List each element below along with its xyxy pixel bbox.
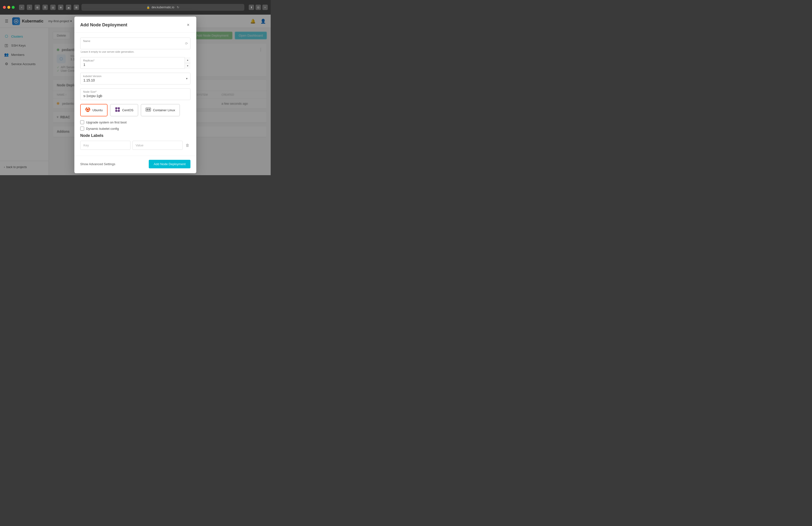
node-size-input[interactable]: [80, 88, 190, 100]
window-button[interactable]: ⊡: [256, 5, 261, 10]
dynamic-kubelet-checkbox[interactable]: [80, 127, 84, 130]
modal-footer: Show Advanced Settings Add Node Deployme…: [74, 156, 196, 173]
name-hint: Leave it empty to use server-side genera…: [80, 50, 190, 53]
ubuntu-icon: [85, 107, 90, 113]
svg-point-5: [85, 111, 87, 112]
replicas-input[interactable]: [80, 57, 190, 69]
number-arrows: ▲ ▼: [185, 57, 190, 69]
svg-rect-14: [148, 109, 150, 111]
label-value-input[interactable]: [132, 141, 183, 150]
replicas-field-group: Replicas* ▲ ▼: [80, 57, 190, 69]
show-advanced-settings-button[interactable]: Show Advanced Settings: [80, 162, 115, 166]
dynamic-kubelet-row: Dynamic kubelet config: [80, 127, 190, 130]
upgrade-system-row: Upgrade system on first boot: [80, 120, 190, 124]
fullscreen-traffic-light[interactable]: [12, 6, 15, 9]
svg-point-4: [87, 107, 88, 108]
replicas-input-wrap: Replicas* ▲ ▼: [80, 57, 190, 69]
name-field-group: Name ⟳ Leave it empty to use server-side…: [80, 38, 190, 53]
label-row: 🗑: [80, 141, 190, 150]
os-centos-button[interactable]: CentOS: [110, 104, 138, 116]
add-tab-button[interactable]: +: [262, 5, 268, 10]
modal-body: Name ⟳ Leave it empty to use server-side…: [74, 33, 196, 155]
kubelet-version-wrap: kubelet Version 1.15.10 1.15.9 1.15.8 ▾: [80, 73, 190, 84]
replicas-increment[interactable]: ▲: [185, 57, 190, 63]
name-input[interactable]: [80, 38, 190, 49]
container-linux-label: Container Linux: [153, 108, 175, 112]
kubelet-version-select[interactable]: 1.15.10 1.15.9 1.15.8: [80, 73, 190, 84]
modal-title: Add Node Deployment: [80, 23, 127, 28]
tab-button[interactable]: ⊞: [34, 5, 40, 10]
svg-point-11: [117, 109, 118, 111]
browser-actions: ⬆ ⊡ +: [249, 5, 268, 10]
upgrade-system-label: Upgrade system on first boot: [86, 120, 127, 124]
submit-add-node-deployment-button[interactable]: Add Node Deployment: [149, 160, 190, 168]
ext-button3[interactable]: ⊕: [58, 5, 63, 10]
grid-button[interactable]: ⊞: [74, 5, 79, 10]
upgrade-system-checkbox[interactable]: [80, 120, 84, 124]
browser-chrome: ‹ › ⊞ B ◎ ⊕ ☁ ⊞ 🔒 dev.kubermatic.io ↻ ⬆ …: [0, 0, 271, 15]
traffic-lights: [3, 6, 15, 9]
node-labels-title: Node Labels: [80, 133, 190, 138]
close-traffic-light[interactable]: [3, 6, 6, 9]
name-input-wrap: Name ⟳: [80, 38, 190, 49]
centos-label: CentOS: [122, 108, 133, 112]
refresh-icon: ↻: [177, 5, 179, 9]
minimize-traffic-light[interactable]: [7, 6, 10, 9]
ext-button2[interactable]: ◎: [50, 5, 56, 10]
forward-button[interactable]: ›: [27, 5, 32, 10]
address-bar[interactable]: 🔒 dev.kubermatic.io ↻: [82, 4, 244, 11]
os-ubuntu-button[interactable]: Ubuntu: [80, 104, 107, 116]
node-size-group: Node Size*: [80, 88, 190, 100]
replicas-decrement[interactable]: ▼: [185, 63, 190, 69]
share-button[interactable]: ⬆: [249, 5, 254, 10]
kubelet-version-group: kubelet Version 1.15.10 1.15.9 1.15.8 ▾: [80, 73, 190, 84]
container-linux-icon: [146, 107, 151, 113]
modal-close-button[interactable]: ×: [186, 22, 190, 29]
os-container-linux-button[interactable]: Container Linux: [141, 104, 180, 116]
label-delete-button[interactable]: 🗑: [185, 142, 190, 148]
dynamic-kubelet-label: Dynamic kubelet config: [86, 127, 119, 130]
url-text: dev.kubermatic.io: [151, 5, 174, 9]
label-key-input[interactable]: [80, 141, 130, 150]
app-wrapper: ☰ Kubermatic my-first-project ▾ 🔔 👤 ⎔ Cl…: [0, 15, 271, 175]
svg-rect-13: [147, 109, 148, 111]
ubuntu-label: Ubuntu: [92, 108, 103, 112]
name-refresh-icon[interactable]: ⟳: [185, 42, 188, 45]
lock-icon: 🔒: [147, 6, 150, 9]
modal-overlay[interactable]: Add Node Deployment × Name ⟳ Leave it em…: [0, 15, 271, 175]
modal-header: Add Node Deployment ×: [74, 17, 196, 33]
ext-button4[interactable]: ☁: [66, 5, 71, 10]
svg-point-6: [89, 111, 90, 112]
node-size-wrap: Node Size*: [80, 88, 190, 100]
back-button[interactable]: ‹: [19, 5, 24, 10]
centos-icon: [115, 107, 120, 113]
os-selector: Ubuntu CentOS: [80, 104, 190, 116]
add-node-deployment-modal: Add Node Deployment × Name ⟳ Leave it em…: [74, 17, 196, 173]
ext-button1[interactable]: B: [42, 5, 48, 10]
